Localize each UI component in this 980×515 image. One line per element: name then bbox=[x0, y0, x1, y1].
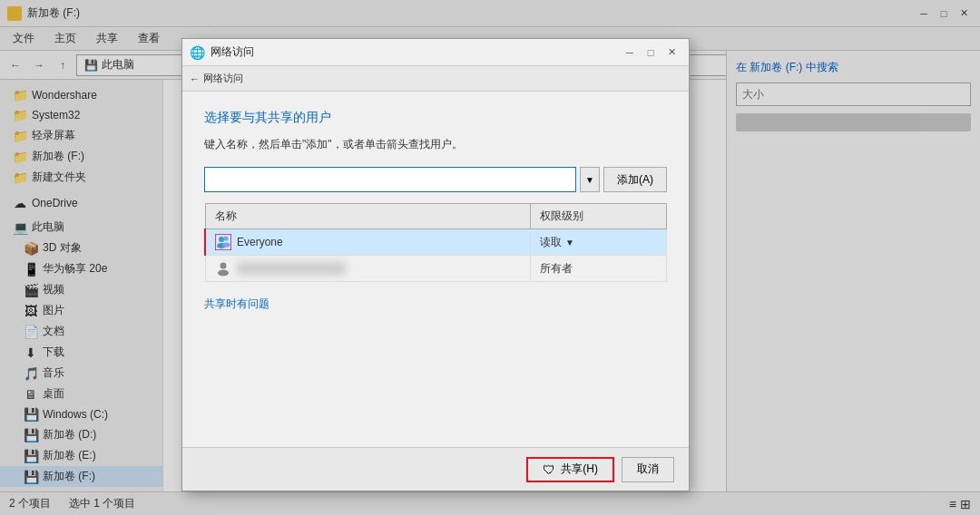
dialog-nav-text: 网络访问 bbox=[203, 72, 243, 85]
user2-perm-cell: 所有者 bbox=[531, 256, 667, 282]
perm-dropdown-arrow[interactable]: ▼ bbox=[565, 238, 574, 248]
dialog-close-btn[interactable]: ✕ bbox=[662, 43, 681, 63]
svg-point-1 bbox=[224, 237, 229, 241]
share-button[interactable]: 🛡 共享(H) bbox=[526, 457, 614, 482]
svg-point-6 bbox=[218, 270, 229, 277]
share-shield-icon: 🛡 bbox=[543, 462, 555, 477]
dialog-title-text: 网络访问 bbox=[211, 44, 614, 60]
add-button[interactable]: 添加(A) bbox=[603, 167, 667, 192]
everyone-label: Everyone bbox=[237, 236, 283, 248]
dialog-title-icon: 🌐 bbox=[190, 45, 205, 60]
share-table: 名称 权限级别 bbox=[204, 203, 667, 282]
dialog-input-row: ▼ 添加(A) bbox=[204, 167, 667, 192]
svg-point-3 bbox=[223, 243, 230, 248]
dialog-body: 选择要与其共享的用户 键入名称，然后单击"添加"，或者单击箭头查找用户。 ▼ 添… bbox=[182, 92, 689, 447]
cancel-button[interactable]: 取消 bbox=[622, 457, 674, 482]
everyone-cell-content: Everyone bbox=[215, 234, 521, 250]
user2-cell-content bbox=[215, 260, 522, 277]
dialog-subtext: 键入名称，然后单击"添加"，或者单击箭头查找用户。 bbox=[204, 137, 667, 152]
table-row-user2[interactable]: 所有者 bbox=[205, 256, 667, 282]
table-row-everyone[interactable]: Everyone 读取 ▼ bbox=[205, 229, 667, 256]
user2-label bbox=[237, 262, 346, 275]
perm-cell-content: 读取 ▼ bbox=[540, 235, 657, 250]
dialog-inner-nav: ← 网络访问 bbox=[182, 66, 689, 92]
everyone-perm-cell: 读取 ▼ bbox=[531, 229, 667, 256]
svg-point-5 bbox=[220, 263, 226, 269]
dialog-minimize-btn[interactable]: ─ bbox=[620, 43, 640, 63]
everyone-name-cell: Everyone bbox=[205, 229, 531, 256]
dialog-heading: 选择要与其共享的用户 bbox=[204, 110, 667, 126]
input-dropdown-btn[interactable]: ▼ bbox=[580, 167, 600, 192]
share-problem-link[interactable]: 共享时有问题 bbox=[204, 296, 667, 312]
dialog-titlebar: 🌐 网络访问 ─ □ ✕ bbox=[182, 39, 689, 66]
svg-point-0 bbox=[219, 237, 224, 242]
user2-icon bbox=[215, 260, 231, 277]
nav-back-icon[interactable]: ← bbox=[190, 73, 200, 84]
user2-name-cell bbox=[205, 256, 531, 282]
everyone-icon bbox=[215, 234, 231, 250]
user-input-field[interactable] bbox=[204, 167, 576, 192]
dialog-window-controls: ─ □ ✕ bbox=[620, 43, 681, 63]
share-dialog: 🌐 网络访问 ─ □ ✕ ← 网络访问 选择要与其共享的用户 键入名称，然后单击… bbox=[181, 38, 690, 491]
share-button-label: 共享(H) bbox=[561, 462, 598, 477]
col-name-header: 名称 bbox=[205, 204, 531, 229]
dialog-maximize-btn[interactable]: □ bbox=[641, 43, 661, 63]
dialog-footer: 🛡 共享(H) 取消 bbox=[182, 447, 689, 491]
perm-value: 读取 bbox=[540, 235, 562, 250]
col-perm-header: 权限级别 bbox=[531, 204, 667, 229]
